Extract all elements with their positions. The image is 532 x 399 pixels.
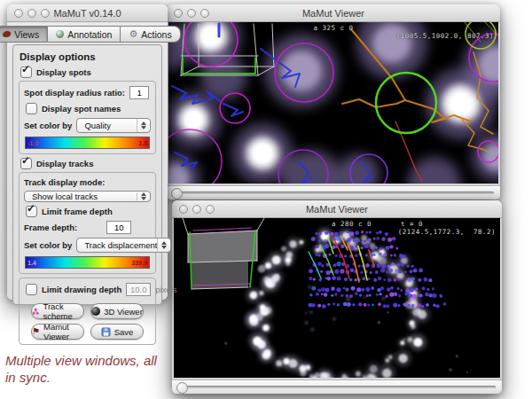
display-spot-names-label: Display spot names bbox=[42, 104, 121, 113]
time-slider-track[interactable] bbox=[173, 192, 494, 194]
stepper-arrows-icon bbox=[157, 239, 170, 252]
tab-actions-label: Actions bbox=[141, 29, 171, 40]
zoom-button[interactable] bbox=[200, 9, 209, 18]
hud-timepoint: t = 0 bbox=[401, 220, 423, 228]
window-mamut-control-panel: MaMuT v0.14.0 Views Annotation ⚙ Actions… bbox=[7, 4, 168, 300]
close-button[interactable] bbox=[179, 205, 188, 214]
spot-radius-label: Spot display radius ratio: bbox=[24, 88, 125, 98]
drawing-depth-unit: pixels bbox=[155, 285, 176, 294]
views-tab-content: Display options Display spots Spot displ… bbox=[12, 44, 162, 305]
minimize-button[interactable] bbox=[187, 9, 196, 18]
titlebar-top-viewer[interactable]: MaMut Viewer bbox=[167, 4, 500, 22]
limit-frame-depth-checkbox[interactable] bbox=[26, 206, 37, 217]
track-mode-label: Track display mode: bbox=[24, 177, 105, 187]
close-button[interactable] bbox=[14, 9, 23, 18]
flag-icon: ⚑ bbox=[32, 327, 40, 336]
scale-min: -1.0 bbox=[27, 140, 38, 146]
spot-color-dropdown[interactable]: Quality bbox=[76, 118, 151, 133]
hud-spot-info: a 280 c 0 bbox=[332, 220, 372, 228]
spot-color-scale: -1.0 1.8 bbox=[25, 137, 150, 149]
viewer-canvas-top[interactable]: a 325 c 0 (1005.5,1002.0, 807.3) bbox=[167, 22, 500, 185]
views-icon bbox=[3, 31, 11, 37]
drawing-depth-input[interactable] bbox=[126, 283, 151, 296]
limit-drawing-depth-checkbox[interactable] bbox=[26, 284, 37, 295]
time-slider-top[interactable] bbox=[167, 185, 500, 200]
tab-bar: Views Annotation ⚙ Actions bbox=[7, 26, 168, 43]
spot-color-value: Quality bbox=[84, 121, 111, 130]
stepper-arrows-icon bbox=[137, 119, 150, 132]
zoom-button[interactable] bbox=[206, 205, 215, 214]
track-scheme-icon bbox=[32, 307, 39, 317]
track-scheme-button[interactable]: Track scheme bbox=[31, 303, 84, 319]
tab-annotation[interactable]: Annotation bbox=[48, 26, 121, 43]
hud-coordinates: (1005.5,1002.0, 807.3) bbox=[396, 32, 494, 40]
zoom-button[interactable] bbox=[41, 9, 50, 18]
spot-radius-input[interactable] bbox=[129, 86, 149, 99]
track-options-group: Track display mode: Show local tracks Li… bbox=[19, 172, 156, 274]
track-color-dropdown[interactable]: Track displacement bbox=[76, 238, 171, 253]
stepper-arrows-icon bbox=[137, 192, 150, 200]
time-slider-bottom[interactable] bbox=[172, 379, 502, 394]
annotation-icon bbox=[56, 30, 64, 38]
scale-min: 1.4 bbox=[27, 260, 36, 266]
drawing-depth-group: Limit drawing depth pixels Track scheme … bbox=[19, 278, 156, 345]
window-mamut-viewer-bottom: MaMut Viewer a 280 c 0 t = 0 (2124.5,177… bbox=[172, 200, 502, 394]
3d-viewer-icon bbox=[91, 307, 100, 316]
3d-viewer-label: 3D Viewer bbox=[104, 307, 143, 317]
scale-max: 1.8 bbox=[138, 140, 147, 146]
window-title: MaMuT v0.14.0 bbox=[53, 8, 121, 19]
display-tracks-label: Display tracks bbox=[36, 159, 93, 168]
scale-max: 339.9 bbox=[131, 260, 147, 266]
time-slider-thumb[interactable] bbox=[176, 382, 188, 394]
save-icon bbox=[101, 327, 111, 337]
hud-spot-info: a 325 c 0 bbox=[313, 24, 353, 32]
mamut-viewer-label: Mamut Viewer bbox=[43, 322, 83, 341]
minimize-button[interactable] bbox=[192, 205, 201, 214]
display-tracks-row: Display tracks bbox=[20, 158, 157, 169]
window-title: MaMut Viewer bbox=[302, 8, 364, 19]
save-label: Save bbox=[114, 327, 134, 337]
track-color-scale: 1.4 339.9 bbox=[25, 256, 150, 269]
track-scheme-label: Track scheme bbox=[43, 301, 83, 321]
section-heading: Display options bbox=[20, 51, 157, 62]
viewer-canvas-bottom[interactable]: a 280 c 0 t = 0 (2124.5,1772.3, 78.2) bbox=[172, 218, 502, 379]
track-mode-dropdown[interactable]: Show local tracks bbox=[24, 191, 151, 202]
time-slider-thumb[interactable] bbox=[171, 188, 183, 200]
display-spots-checkbox[interactable] bbox=[20, 66, 32, 78]
caption: Multiple view windows, all in sync. bbox=[5, 353, 163, 387]
spot-color-by-label: Set color by bbox=[24, 121, 72, 130]
titlebar-control-panel[interactable]: MaMuT v0.14.0 bbox=[7, 4, 168, 22]
limit-frame-depth-label: Limit frame depth bbox=[42, 207, 113, 216]
display-spot-names-checkbox[interactable] bbox=[26, 103, 37, 114]
frame-depth-input[interactable] bbox=[106, 221, 131, 234]
frame-depth-label: Frame depth: bbox=[24, 223, 77, 232]
mamut-viewer-button[interactable]: ⚑ Mamut Viewer bbox=[31, 324, 84, 340]
window-mamut-viewer-top: MaMut Viewer a 325 c 0 (1005.5,1002.0, 8… bbox=[167, 4, 500, 200]
display-spots-label: Display spots bbox=[36, 67, 91, 77]
display-spots-row: Display spots bbox=[20, 66, 157, 78]
hud-coordinates: (2124.5,1772.3, 78.2) bbox=[398, 228, 496, 236]
minimize-button[interactable] bbox=[27, 9, 36, 18]
track-color-by-label: Set color by bbox=[24, 240, 72, 250]
titlebar-bottom-viewer[interactable]: MaMut Viewer bbox=[172, 200, 502, 218]
save-button[interactable]: Save bbox=[90, 324, 144, 340]
tab-annotation-label: Annotation bbox=[67, 29, 112, 40]
tab-actions[interactable]: ⚙ Actions bbox=[121, 26, 180, 43]
screenshot-canvas: MaMut Viewer a 325 c 0 (1005.5,1002.0, 8… bbox=[0, 0, 532, 399]
display-tracks-checkbox[interactable] bbox=[20, 158, 32, 169]
window-title: MaMut Viewer bbox=[306, 204, 368, 215]
time-slider-track[interactable] bbox=[178, 386, 496, 388]
tab-views[interactable]: Views bbox=[0, 26, 48, 43]
limit-drawing-depth-label: Limit drawing depth bbox=[42, 285, 121, 294]
track-mode-value: Show local tracks bbox=[32, 192, 98, 201]
tab-views-label: Views bbox=[14, 29, 39, 40]
track-color-value: Track displacement bbox=[84, 240, 157, 250]
gear-icon: ⚙ bbox=[129, 30, 137, 38]
close-button[interactable] bbox=[174, 9, 183, 18]
spot-options-group: Spot display radius ratio: Display spot … bbox=[19, 81, 156, 154]
3d-viewer-button[interactable]: 3D Viewer bbox=[90, 303, 144, 319]
